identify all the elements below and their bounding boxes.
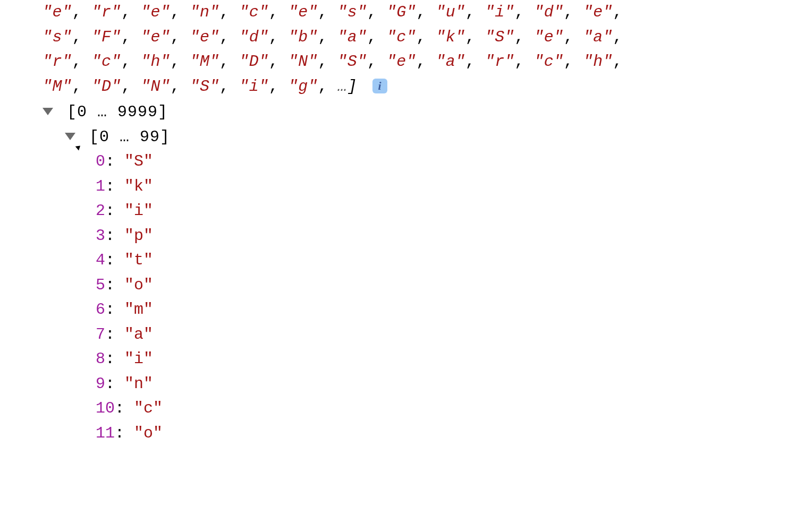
entry-value: "c": [134, 399, 163, 417]
char-token: "M": [190, 53, 220, 71]
entry-value: "i": [124, 202, 153, 220]
comma: ,: [465, 28, 485, 46]
entry-value: "a": [124, 325, 153, 344]
array-preview: "e", "r", "e", "n", "c", "e", "s", "G", …: [43, 0, 797, 99]
array-entry[interactable]: 6: "m": [96, 297, 797, 322]
range-row-inner[interactable]: [0 … 99]: [43, 125, 797, 150]
entry-index: 3: [96, 227, 105, 245]
array-entry[interactable]: 7: "a": [96, 322, 797, 347]
comma: ,: [465, 53, 485, 71]
comma: ,: [219, 28, 239, 46]
comma: ,: [613, 28, 623, 46]
entry-value: "S": [124, 152, 153, 170]
range-label-outer: [0 … 9999]: [67, 103, 168, 121]
colon: :: [115, 424, 134, 442]
chevron-down-icon[interactable]: [65, 133, 75, 140]
entry-value: "o": [124, 276, 153, 294]
char-token: "S": [337, 53, 367, 71]
colon: :: [105, 177, 124, 195]
entry-index: 2: [96, 202, 105, 220]
array-entry[interactable]: 0: "S": [96, 149, 797, 174]
char-token: "n": [190, 3, 220, 21]
comma: ,: [72, 78, 92, 96]
array-entry[interactable]: 2: "i": [96, 199, 797, 224]
comma: ,: [514, 53, 534, 71]
array-entry[interactable]: 3: "p": [96, 224, 797, 248]
comma: ,: [367, 53, 387, 71]
comma: ,: [613, 3, 623, 21]
char-token: "a": [337, 28, 367, 46]
comma: ,: [416, 53, 436, 71]
colon: :: [105, 301, 124, 319]
entry-index: 6: [96, 301, 105, 319]
char-token: "h": [583, 53, 613, 71]
char-token: "a": [583, 28, 613, 46]
comma: ,: [367, 28, 387, 46]
char-token: "S": [485, 28, 515, 46]
comma: ,: [269, 28, 289, 46]
chevron-down-icon[interactable]: [43, 108, 53, 115]
comma: ,: [171, 53, 190, 71]
comma: ,: [171, 3, 190, 21]
array-entry[interactable]: 1: "k": [96, 174, 797, 199]
char-token: "M": [43, 78, 72, 96]
colon: :: [115, 399, 134, 417]
char-token: "h": [141, 53, 171, 71]
char-token: "G": [387, 3, 417, 21]
entry-value: "p": [124, 227, 153, 245]
preview-line: "s", "F", "e", "e", "d", "b", "a", "c", …: [43, 25, 797, 50]
ellipsis: …: [337, 78, 347, 96]
entry-index: 9: [96, 375, 105, 393]
comma: ,: [318, 53, 337, 71]
range-row-outer[interactable]: [0 … 9999]: [43, 100, 797, 125]
entry-value: "m": [124, 301, 153, 319]
array-entry[interactable]: 10: "c": [96, 396, 797, 421]
array-entries: 0: "S"1: "k"2: "i"3: "p"4: "t"5: "o"6: "…: [43, 149, 797, 445]
entry-value: "o": [134, 424, 163, 442]
array-entry[interactable]: 9: "n": [96, 372, 797, 397]
preview-line: "e", "r", "e", "n", "c", "e", "s", "G", …: [43, 0, 797, 25]
comma: ,: [72, 28, 92, 46]
comma: ,: [269, 3, 289, 21]
comma: ,: [318, 28, 337, 46]
entry-index: 1: [96, 177, 105, 195]
char-token: "d": [239, 28, 269, 46]
comma: ,: [367, 3, 387, 21]
char-token: "r": [43, 53, 72, 71]
char-token: "e": [534, 28, 564, 46]
comma: ,: [269, 53, 289, 71]
array-tree: [0 … 9999] [0 … 99] 0: "S"1: "k"2: "i"3:…: [43, 99, 797, 445]
preview-line: "r", "c", "h", "M", "D", "N", "S", "e", …: [43, 49, 797, 74]
comma: ,: [514, 28, 534, 46]
comma: ,: [171, 28, 190, 46]
comma: ,: [219, 53, 239, 71]
comma: ,: [465, 3, 485, 21]
char-token: "r": [92, 3, 122, 21]
char-token: "F": [92, 28, 122, 46]
char-token: "c": [387, 28, 417, 46]
char-token: "i": [239, 78, 269, 96]
colon: :: [105, 251, 124, 269]
colon: :: [105, 325, 124, 344]
comma: ,: [318, 3, 337, 21]
char-token: "b": [289, 28, 318, 46]
comma: ,: [269, 78, 289, 96]
comma: ,: [171, 78, 190, 96]
comma: ,: [318, 78, 337, 96]
entry-index: 7: [96, 325, 105, 344]
char-token: "N": [141, 78, 171, 96]
array-entry[interactable]: 8: "i": [96, 347, 797, 372]
info-icon[interactable]: i: [372, 79, 387, 93]
array-entry[interactable]: 11: "o": [96, 421, 797, 446]
array-entry[interactable]: 4: "t": [96, 248, 797, 273]
char-token: "a": [436, 53, 465, 71]
array-entry[interactable]: 5: "o": [96, 273, 797, 298]
colon: :: [105, 202, 124, 220]
comma: ,: [514, 3, 534, 21]
char-token: "e": [190, 28, 220, 46]
comma: ,: [564, 28, 583, 46]
comma: ,: [121, 78, 141, 96]
char-token: "u": [436, 3, 465, 21]
colon: :: [105, 227, 124, 245]
range-label-inner: [0 … 99]: [89, 128, 170, 146]
